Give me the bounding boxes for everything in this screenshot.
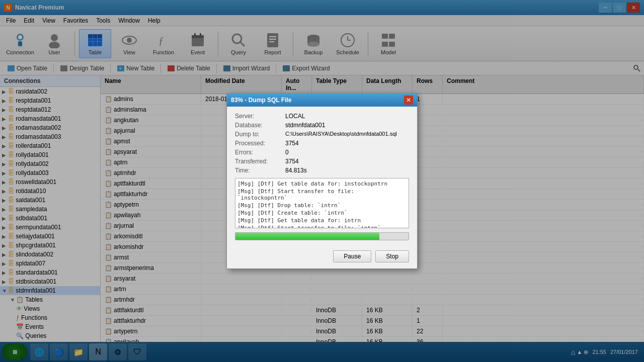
log-line: [Msg] [Dtf] Start transfer to file: `int… xyxy=(237,225,407,228)
log-line: [Msg] [Dtf] Create table: `intrn` xyxy=(237,210,407,216)
database-value: stdmnfdata001 xyxy=(285,122,325,129)
server-row: Server: LOCAL xyxy=(235,113,409,120)
modal-titlebar: 83% - Dump SQL File ✕ xyxy=(227,94,417,107)
transferred-label: Transferred: xyxy=(235,158,285,165)
modal-body: Server: LOCAL Database: stdmnfdata001 Du… xyxy=(227,107,417,250)
processed-value: 3754 xyxy=(285,140,299,147)
log-area: [Msg] [Dtf] Get table data for: instocko… xyxy=(235,178,409,228)
server-label: Server: xyxy=(235,113,285,120)
log-line: [Msg] [Dtf] Drop table: `intrn` xyxy=(237,202,407,209)
modal-overlay: 83% - Dump SQL File ✕ Server: LOCAL Data… xyxy=(0,0,644,362)
dump-label: Dump to: xyxy=(235,131,285,138)
transferred-row: Transferred: 3754 xyxy=(235,158,409,165)
processed-label: Processed: xyxy=(235,140,285,147)
log-line: [Msg] [Dtf] Start transfer to file: `ins… xyxy=(237,188,407,201)
database-label: Database: xyxy=(235,122,285,129)
dump-sql-modal: 83% - Dump SQL File ✕ Server: LOCAL Data… xyxy=(226,93,418,269)
progress-bar xyxy=(235,233,379,240)
modal-close-button[interactable]: ✕ xyxy=(404,96,413,105)
errors-row: Errors: 0 xyxy=(235,149,409,156)
time-row: Time: 84.813s xyxy=(235,167,409,174)
log-line: [Msg] [Dtf] Get table data for: instocko… xyxy=(237,180,407,187)
errors-label: Errors: xyxy=(235,149,285,156)
log-line: [Msg] [Dtf] Get table data for: intrn xyxy=(237,217,407,224)
stop-button[interactable]: Stop xyxy=(375,250,409,262)
time-value: 84.813s xyxy=(285,167,307,174)
modal-title: 83% - Dump SQL File xyxy=(231,97,404,104)
pause-button[interactable]: Pause xyxy=(333,250,371,262)
errors-value: 0 xyxy=(285,149,289,156)
progress-bar-container xyxy=(235,232,409,240)
dump-row: Dump to: C:\Users\RAISYA\Desktop\stdmnfd… xyxy=(235,131,409,138)
time-label: Time: xyxy=(235,167,285,174)
database-row: Database: stdmnfdata001 xyxy=(235,122,409,129)
dump-value: C:\Users\RAISYA\Desktop\stdmnfdata001.sq… xyxy=(285,131,397,138)
processed-row: Processed: 3754 xyxy=(235,140,409,147)
transferred-value: 3754 xyxy=(285,158,299,165)
server-value: LOCAL xyxy=(285,113,305,120)
modal-footer: Pause Stop xyxy=(227,250,417,268)
